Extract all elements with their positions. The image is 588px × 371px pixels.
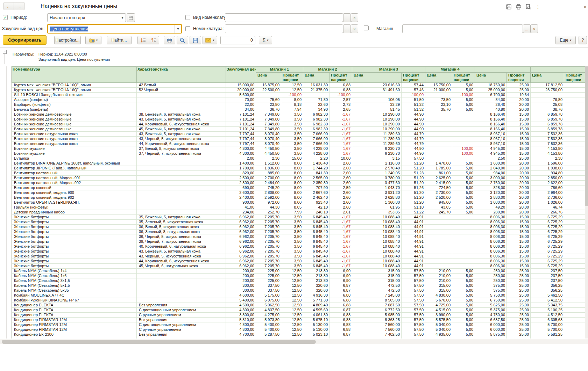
- cell[interactable]: [137, 298, 226, 303]
- cell[interactable]: [564, 186, 585, 190]
- cell[interactable]: 15,00: [507, 234, 531, 239]
- cell[interactable]: [425, 220, 452, 225]
- group-expander[interactable]: −: [3, 50, 7, 54]
- sum-button[interactable]: Σ ▾: [259, 36, 272, 44]
- cell[interactable]: 4 450,50: [256, 146, 281, 151]
- cell[interactable]: 6 725,29: [531, 230, 564, 234]
- cell[interactable]: 252,70: [256, 210, 281, 215]
- cell[interactable]: 44,91: [402, 220, 425, 225]
- cell[interactable]: 745,20: [256, 186, 281, 190]
- cell[interactable]: 225,00: [256, 269, 281, 274]
- cell[interactable]: 25 000,00: [475, 88, 507, 93]
- table-row[interactable]: Белочка (конфеты)34,0036,707,9434,902,65…: [12, 107, 585, 112]
- cell[interactable]: 20,00: [507, 107, 531, 112]
- cell[interactable]: 375,00: [475, 288, 507, 293]
- cell[interactable]: 11 289,60: [352, 132, 402, 137]
- cell[interactable]: Вентилятор оконный: [12, 186, 137, 190]
- cell[interactable]: 10 290,00: [352, 117, 402, 122]
- cell[interactable]: 12,50: [281, 318, 303, 322]
- cell[interactable]: 10 088,40: [352, 254, 402, 259]
- cell[interactable]: 2,60: [330, 166, 352, 171]
- cell[interactable]: 861,00: [425, 171, 452, 176]
- cell[interactable]: 25,00: [507, 83, 531, 88]
- cell[interactable]: 7 205,70: [256, 225, 281, 230]
- cell[interactable]: [452, 215, 475, 220]
- cell[interactable]: [137, 181, 226, 186]
- cell[interactable]: Барбарис (конфеты): [12, 102, 137, 107]
- cell[interactable]: 6 962,00: [226, 225, 256, 230]
- table-row[interactable]: Женские ботфорты36, Черный, 5, искусстве…: [12, 234, 585, 239]
- cell[interactable]: 7 101,24: [226, 112, 256, 117]
- cell[interactable]: 472,50: [352, 288, 402, 293]
- cell[interactable]: 43, Бежевый, 5, натуральная кожа: [137, 132, 226, 137]
- cell[interactable]: [564, 117, 585, 122]
- cell[interactable]: Вентилятор ОРБИТА,STERLING,ЯП.: [12, 200, 137, 205]
- cell[interactable]: 20,00: [507, 176, 531, 181]
- cell[interactable]: 6 962,00: [226, 220, 256, 225]
- cell[interactable]: 7 532,36: [531, 137, 564, 141]
- cell[interactable]: 8,00: [281, 161, 303, 166]
- cell[interactable]: 6,90: [330, 274, 352, 278]
- cell[interactable]: 44, Коричневый, 6, искусственная кожа: [137, 259, 226, 264]
- cell[interactable]: Кондиционер FIRMSTAR 12M: [12, 318, 137, 322]
- cell[interactable]: [564, 269, 585, 274]
- cell[interactable]: [564, 127, 585, 132]
- cell[interactable]: 16 875,00: [256, 83, 281, 88]
- cell[interactable]: 225,00: [256, 278, 281, 283]
- cell[interactable]: 8,00: [281, 171, 303, 176]
- table-row[interactable]: Куртка мех. женская "ВЕРОНА 16Q", овчин4…: [12, 83, 585, 88]
- cell[interactable]: 57,50: [402, 303, 425, 308]
- cell[interactable]: [564, 132, 585, 137]
- cell[interactable]: 5,00: [452, 176, 475, 181]
- cell[interactable]: [564, 141, 585, 146]
- cell[interactable]: 210,00: [425, 278, 452, 283]
- table-row[interactable]: Вентилятор JIPONIC (Тайв.), напольный1 7…: [12, 166, 585, 171]
- table-row[interactable]: Ботинки женские демисезонные45, Бежевый,…: [12, 127, 585, 132]
- cell[interactable]: 23,80: [256, 102, 281, 107]
- cell[interactable]: 2 500,00: [226, 176, 256, 181]
- cell[interactable]: [564, 249, 585, 254]
- cell[interactable]: 2,61: [330, 210, 352, 215]
- cell[interactable]: 2 622,00: [531, 181, 564, 186]
- cell[interactable]: 5,00: [452, 83, 475, 88]
- table-row[interactable]: Вентилятор настольный, Модель 9012 500,0…: [12, 176, 585, 181]
- cell[interactable]: 5 750,00: [475, 293, 507, 298]
- nomenclature-kind-choose-button[interactable]: ...: [343, 13, 351, 22]
- cell[interactable]: 6,87: [330, 288, 352, 293]
- cell[interactable]: 20,00: [507, 181, 531, 186]
- cell[interactable]: 337,50: [256, 283, 281, 288]
- cell[interactable]: 10 290,00: [352, 127, 402, 132]
- cell[interactable]: [452, 112, 475, 117]
- cell[interactable]: 2,60: [330, 161, 352, 166]
- cell[interactable]: -1,67: [330, 215, 352, 220]
- cell[interactable]: -1,67: [330, 239, 352, 244]
- cell[interactable]: [507, 337, 531, 339]
- cell[interactable]: Кабель NYM (Севкабель) 1x6: [12, 274, 137, 278]
- cell[interactable]: 6 725,29: [531, 215, 564, 220]
- cell[interactable]: 5,00: [452, 166, 475, 171]
- cell[interactable]: [425, 239, 452, 244]
- cell[interactable]: [564, 83, 585, 88]
- cell[interactable]: 356,25: [531, 283, 564, 288]
- cell[interactable]: [564, 190, 585, 195]
- cell[interactable]: 1 596,00: [531, 161, 564, 166]
- cell[interactable]: 4 512,50: [531, 313, 564, 318]
- cell[interactable]: 8,18: [281, 102, 303, 107]
- cell[interactable]: 1 240,05: [352, 171, 402, 176]
- cell[interactable]: 51,20: [402, 176, 425, 181]
- cell[interactable]: Женские ботфорты: [12, 254, 137, 259]
- cell[interactable]: [452, 117, 475, 122]
- cell[interactable]: 23 616,60: [352, 83, 402, 88]
- cell[interactable]: 5,00: [452, 313, 475, 318]
- cell[interactable]: [425, 230, 452, 234]
- cell[interactable]: 250,00: [475, 278, 507, 283]
- cell[interactable]: [303, 337, 330, 339]
- cell[interactable]: Без управления: [137, 318, 226, 322]
- cell[interactable]: 8 166,40: [475, 112, 507, 117]
- table-row[interactable]: Комбайн MOULINEX A77 4C4 600,005 175,001…: [12, 293, 585, 298]
- cell[interactable]: 21 375,00: [303, 88, 330, 93]
- store-input[interactable]: [402, 24, 523, 33]
- cell[interactable]: 8,00: [281, 186, 303, 190]
- cell[interactable]: 2 667,60: [303, 190, 330, 195]
- cell[interactable]: [564, 151, 585, 156]
